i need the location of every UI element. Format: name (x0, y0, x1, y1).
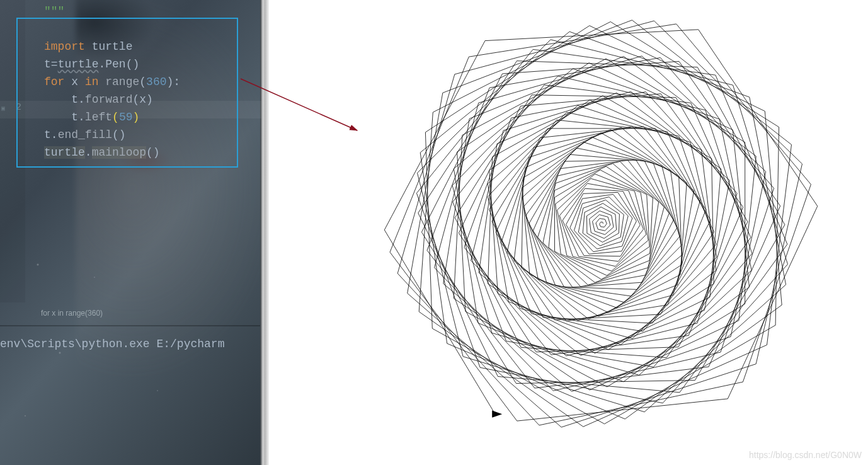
turtle-spiral-canvas (338, 0, 867, 460)
code-line-for: for x in range(360): (44, 76, 180, 88)
breadcrumb[interactable]: for x in range(360) (41, 309, 103, 318)
code-line-mainloop: turtle.mainloop() (44, 146, 160, 159)
code-editor[interactable]: import turtle t=turtle.Pen() for x in ra… (44, 3, 180, 179)
gutter-bookmark-icon: ▣ (1, 105, 5, 112)
code-line-endfill: t.end_fill() (44, 129, 126, 141)
code-line-blank (44, 23, 51, 35)
turtle-cursor-icon (492, 411, 502, 418)
svg-line-0 (241, 79, 357, 130)
code-line-forward: t.forward(x) (44, 93, 153, 106)
annotation-arrow-icon (237, 72, 395, 148)
editor-panel: 2 ▣ """ import turtle t=turtle.Pen() for… (0, 0, 261, 465)
editor-gutter[interactable]: 2 (0, 0, 25, 302)
turtle-output-panel: https://blog.csdn.net/G0N0W (269, 0, 868, 465)
watermark: https://blog.csdn.net/G0N0W (749, 450, 862, 460)
panel-resize-handle[interactable] (260, 0, 269, 465)
code-line-left: t.left(59) (44, 111, 139, 123)
console-output[interactable]: env\Scripts\python.exe E:/pycharm (0, 338, 224, 350)
code-line-import: import turtle (44, 40, 132, 53)
keyword-import: import (44, 40, 85, 53)
panel-divider (0, 325, 261, 326)
module-name: turtle (92, 40, 133, 53)
code-line-pen: t=turtle.Pen() (44, 58, 139, 71)
